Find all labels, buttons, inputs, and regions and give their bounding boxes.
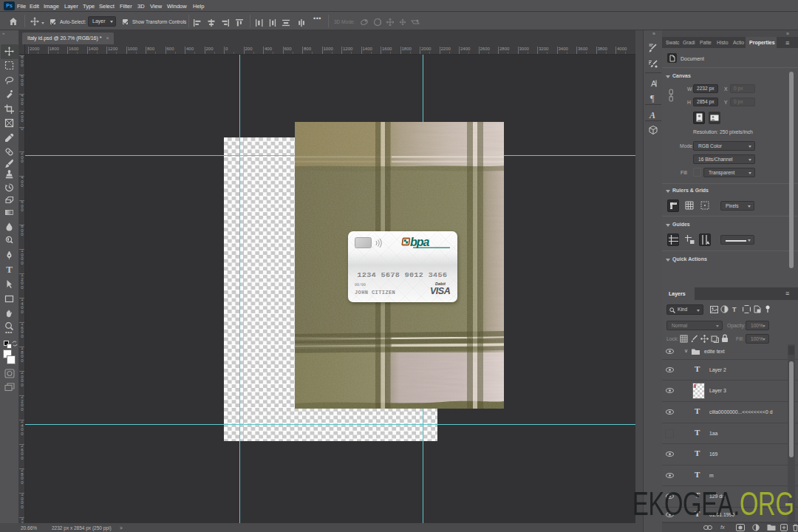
- svg-text:T: T: [6, 265, 13, 274]
- svg-text:A: A: [649, 110, 655, 120]
- svg-text:bpa: bpa: [410, 236, 430, 248]
- svg-text:¶: ¶: [650, 93, 655, 103]
